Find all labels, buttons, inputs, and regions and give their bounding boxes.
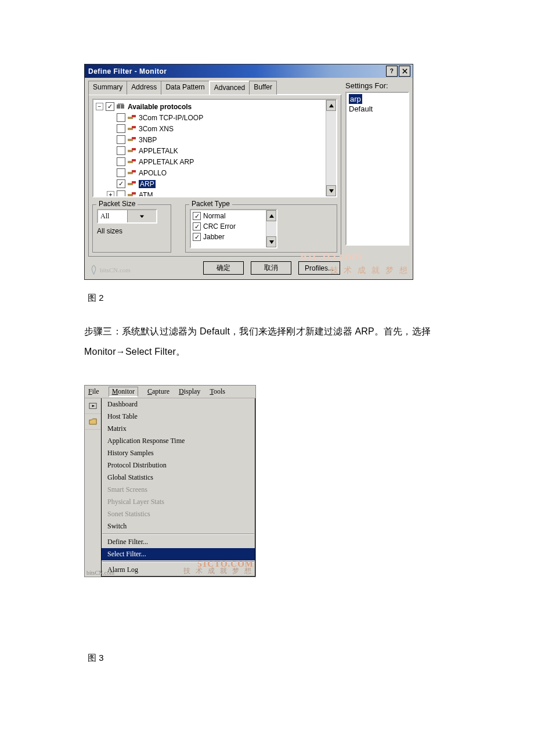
group-label: Packet Type xyxy=(189,200,232,208)
list-item[interactable]: ✓Normal xyxy=(191,211,276,221)
protocol-icon xyxy=(128,191,136,197)
tab-buffer[interactable]: Buffer xyxy=(249,81,277,95)
expand-icon[interactable]: + xyxy=(107,191,114,197)
body-paragraph: 步骤三：系统默认过滤器为 Default，我们来选择刚才新建过滤器 ARP。首先… xyxy=(84,321,450,362)
svg-rect-17 xyxy=(132,170,136,172)
menu-item[interactable]: Host Table xyxy=(102,411,255,423)
watermark-text: 技 术 成 就 梦 想 xyxy=(330,265,409,276)
list-item[interactable]: ✓Jabber xyxy=(191,232,276,242)
menu-display[interactable]: Display xyxy=(179,387,200,396)
tree-item[interactable]: APPLETALK ARP xyxy=(95,156,335,167)
chevron-down-icon[interactable] xyxy=(127,210,157,222)
menu-item[interactable]: History Samples xyxy=(102,447,255,459)
menu-item[interactable]: Switch xyxy=(102,520,255,532)
scroll-down-icon[interactable] xyxy=(326,185,336,196)
protocol-icon xyxy=(128,147,136,154)
protocol-icon xyxy=(128,158,136,165)
tree-item[interactable]: APOLLO xyxy=(95,167,335,178)
scroll-up-icon[interactable] xyxy=(266,210,276,221)
packet-size-note: All sizes xyxy=(97,227,167,235)
menu-monitor[interactable]: Monitor xyxy=(109,387,138,397)
protocol-icon xyxy=(128,114,136,121)
svg-rect-15 xyxy=(132,159,136,161)
svg-text:?: ? xyxy=(389,68,394,74)
menu-item: Physical Layer Stats xyxy=(102,496,255,508)
watermark-site: bitsCN.com xyxy=(89,265,131,275)
scroll-up-icon[interactable] xyxy=(326,100,336,111)
svg-rect-7 xyxy=(132,115,136,117)
scrollbar[interactable] xyxy=(326,100,336,196)
tab-advanced[interactable]: Advanced xyxy=(209,81,250,95)
tab-data-pattern[interactable]: Data Pattern xyxy=(161,81,209,95)
menu-file[interactable]: File xyxy=(88,387,99,396)
collapse-icon[interactable]: − xyxy=(96,103,103,110)
dialog-title: Define Filter - Monitor xyxy=(88,67,385,75)
packet-size-select[interactable]: All xyxy=(97,209,157,224)
protocol-icon xyxy=(128,169,136,177)
tab-summary[interactable]: Summary xyxy=(88,81,127,95)
menu-item[interactable]: Protocol Distribution xyxy=(102,459,255,471)
watermark-logo: 51CTO.com xyxy=(301,250,362,263)
menu-item[interactable]: Dashboard xyxy=(102,398,255,411)
svg-rect-13 xyxy=(132,148,136,150)
svg-rect-5 xyxy=(118,103,124,105)
svg-rect-11 xyxy=(132,137,136,139)
menu-item[interactable]: Global Statistics xyxy=(102,471,255,484)
protocol-icon xyxy=(128,136,136,143)
menu-item[interactable]: Define Filter... xyxy=(102,536,255,548)
list-item-selected[interactable]: arp xyxy=(349,94,362,104)
checkbox[interactable]: ✓ xyxy=(106,102,114,111)
svg-rect-19 xyxy=(132,181,136,183)
menu-item: Sonet Statistics xyxy=(102,508,255,520)
tab-address[interactable]: Address xyxy=(127,81,161,95)
ok-button[interactable]: 确定 xyxy=(203,261,244,275)
tree-root[interactable]: − ✓ Available protocols xyxy=(95,101,335,112)
figure-caption: 图 2 xyxy=(88,293,450,304)
close-button[interactable] xyxy=(399,66,410,77)
figure-caption: 图 3 xyxy=(88,653,450,664)
svg-rect-4 xyxy=(121,105,124,109)
group-label: Packet Size xyxy=(96,200,138,208)
help-button[interactable]: ? xyxy=(386,66,398,77)
svg-rect-9 xyxy=(132,126,136,128)
menu-bar: File Monitor Capture Display Tools xyxy=(85,386,255,398)
watermark-site: bitsCN.com xyxy=(86,570,114,576)
tab-pane: − ✓ Available protocols 3Com TCP-IP/LOOP… xyxy=(88,94,341,257)
tree-item[interactable]: APPLETALK xyxy=(95,145,335,156)
menu-item[interactable]: Application Response Time xyxy=(102,435,255,447)
dropdown-menu: DashboardHost TableMatrixApplication Res… xyxy=(101,398,255,577)
menu-separator xyxy=(102,534,254,535)
title-bar: Define Filter - Monitor ? xyxy=(85,64,413,78)
list-item[interactable]: Default xyxy=(349,104,406,114)
scrollbar[interactable] xyxy=(266,210,276,247)
toolbar-open-icon[interactable] xyxy=(85,414,101,430)
toolbar xyxy=(85,398,101,430)
toolbar-play-icon[interactable] xyxy=(85,398,101,414)
monitor-menu-figure: File Monitor Capture Display Tools Dashb… xyxy=(84,385,256,577)
tree-item-selected[interactable]: ✓ARP xyxy=(95,178,335,189)
tree-item[interactable]: 3Com XNS xyxy=(95,123,335,134)
cancel-button[interactable]: 取消 xyxy=(251,261,291,275)
checkbox[interactable]: ✓ xyxy=(117,179,125,188)
define-filter-dialog: Define Filter - Monitor ? Summary Addres… xyxy=(84,64,413,280)
tree-item[interactable]: +ATM xyxy=(95,189,335,197)
protocol-root-icon xyxy=(117,103,125,110)
menu-item[interactable]: Select Filter... xyxy=(102,548,255,560)
list-item[interactable]: ✓CRC Error xyxy=(191,221,276,232)
packet-type-list[interactable]: ✓Normal ✓CRC Error ✓Jabber xyxy=(190,209,277,249)
settings-list[interactable]: arp Default xyxy=(345,92,409,246)
menu-item[interactable]: Matrix xyxy=(102,423,255,435)
packet-type-group: Packet Type ✓Normal ✓CRC Error ✓Jabber xyxy=(185,204,337,253)
svg-rect-21 xyxy=(132,192,136,195)
tree-item[interactable]: 3Com TCP-IP/LOOP xyxy=(95,112,335,123)
protocol-icon xyxy=(128,180,136,188)
menu-capture[interactable]: Capture xyxy=(147,387,169,396)
packet-size-group: Packet Size All All sizes xyxy=(92,204,171,253)
menu-item: Smart Screens xyxy=(102,484,255,496)
tree-item[interactable]: 3NBP xyxy=(95,134,335,145)
protocol-icon xyxy=(128,125,136,132)
protocol-tree[interactable]: − ✓ Available protocols 3Com TCP-IP/LOOP… xyxy=(92,99,337,197)
watermark-text: 技 术 成 就 梦 想 xyxy=(183,566,253,576)
scroll-down-icon[interactable] xyxy=(266,236,276,247)
menu-tools[interactable]: Tools xyxy=(210,387,225,396)
